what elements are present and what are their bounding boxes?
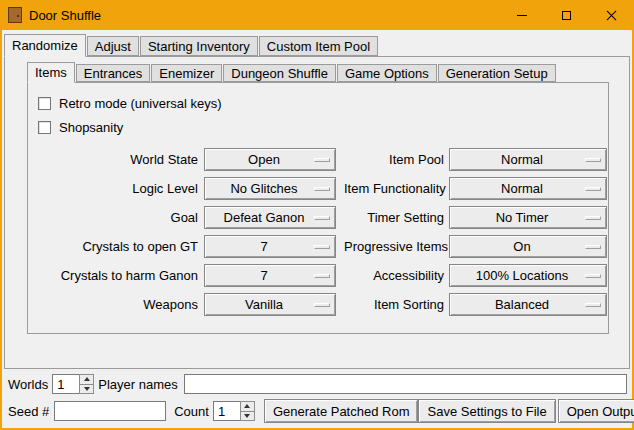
count-spin-down-button[interactable] [240, 412, 255, 422]
items-pane: Retro mode (universal keys) Shopsanity W… [27, 82, 609, 334]
save-settings-button[interactable]: Save Settings to File [418, 399, 555, 423]
tab-items[interactable]: Items [27, 62, 75, 83]
world-state-dropdown[interactable]: Open [204, 148, 336, 171]
accessibility-row: Accessibility 100% Locations [344, 261, 607, 290]
goal-dropdown[interactable]: Defeat Ganon [204, 206, 336, 229]
item-pool-dropdown[interactable]: Normal [449, 148, 607, 171]
timer-setting-label: Timer Setting [344, 210, 444, 225]
window-title: Door Shuffle [29, 8, 101, 23]
worlds-spinbox-input[interactable] [52, 374, 79, 394]
retro-mode-label: Retro mode (universal keys) [59, 96, 222, 111]
count-spin-arrows [240, 401, 255, 421]
menu-indicator-icon [314, 216, 330, 220]
timer-setting-value: No Timer [450, 210, 606, 225]
count-spin-up-button[interactable] [240, 401, 255, 412]
worlds-spinbox [52, 374, 94, 394]
minimize-icon [517, 15, 527, 16]
shopsanity-checkbox-row[interactable]: Shopsanity [38, 115, 608, 139]
accessibility-dropdown[interactable]: 100% Locations [449, 264, 607, 287]
close-button[interactable] [589, 0, 634, 30]
crystals-open-gt-row: Crystals to open GT 7 [38, 232, 336, 261]
seed-input[interactable] [54, 401, 166, 421]
item-sorting-value: Balanced [450, 297, 606, 312]
logic-level-label: Logic Level [38, 181, 198, 196]
logic-level-row: Logic Level No Glitches [38, 174, 336, 203]
weapons-label: Weapons [38, 297, 198, 312]
shopsanity-label: Shopsanity [59, 120, 123, 135]
tab-starting-inventory[interactable]: Starting Inventory [140, 36, 258, 56]
world-state-row: World State Open [38, 145, 336, 174]
options-column-right: Item Pool Normal Item Functionality Norm… [344, 145, 607, 319]
generate-patched-rom-button[interactable]: Generate Patched Rom [264, 399, 419, 423]
menu-indicator-icon [314, 245, 330, 249]
menu-indicator-icon [585, 245, 601, 249]
player-names-input[interactable] [184, 374, 627, 394]
worlds-spin-arrows [79, 374, 94, 394]
progressive-items-row: Progressive Items On [344, 232, 607, 261]
open-output-directory-button[interactable]: Open Output Directory [558, 399, 634, 423]
titlebar[interactable]: Door Shuffle [0, 0, 634, 30]
arrow-down-icon [244, 414, 250, 418]
arrow-up-icon [244, 404, 250, 408]
timer-setting-dropdown[interactable]: No Timer [449, 206, 607, 229]
sub-tab-bar: Items Entrances Enemizer Dungeon Shuffle… [27, 61, 557, 82]
accessibility-label: Accessibility [344, 268, 444, 283]
progressive-items-value: On [450, 239, 606, 254]
count-spinbox-input[interactable] [213, 401, 240, 421]
items-pane-inner: Retro mode (universal keys) Shopsanity W… [28, 83, 608, 319]
crystals-open-gt-dropdown[interactable]: 7 [204, 235, 336, 258]
weapons-dropdown[interactable]: Vanilla [204, 293, 336, 316]
item-pool-row: Item Pool Normal [344, 145, 607, 174]
app-window: Door Shuffle Randomize Adjust Starting I… [0, 0, 634, 430]
tab-enemizer[interactable]: Enemizer [151, 64, 222, 82]
menu-indicator-icon [314, 187, 330, 191]
timer-setting-row: Timer Setting No Timer [344, 203, 607, 232]
worlds-spin-down-button[interactable] [79, 385, 94, 395]
player-names-label: Player names [98, 377, 177, 392]
shopsanity-checkbox[interactable] [38, 121, 51, 134]
goal-label: Goal [38, 210, 198, 225]
item-functionality-dropdown[interactable]: Normal [449, 177, 607, 200]
retro-mode-checkbox[interactable] [38, 97, 51, 110]
tab-entrances[interactable]: Entrances [76, 64, 151, 82]
crystals-harm-ganon-dropdown[interactable]: 7 [204, 264, 336, 287]
tab-randomize[interactable]: Randomize [4, 34, 86, 57]
count-spinbox [213, 401, 255, 421]
window-controls [499, 0, 634, 30]
maximize-icon [562, 11, 571, 20]
tab-game-options[interactable]: Game Options [337, 64, 437, 82]
item-sorting-dropdown[interactable]: Balanced [449, 293, 607, 316]
count-label: Count [174, 404, 209, 419]
menu-indicator-icon [314, 158, 330, 162]
weapons-row: Weapons Vanilla [38, 290, 336, 319]
goal-row: Goal Defeat Ganon [38, 203, 336, 232]
arrow-down-icon [84, 387, 90, 391]
minimize-button[interactable] [499, 0, 544, 30]
tab-adjust[interactable]: Adjust [87, 36, 139, 56]
worlds-label: Worlds [8, 377, 48, 392]
menu-indicator-icon [585, 303, 601, 307]
item-pool-value: Normal [450, 152, 606, 167]
progressive-items-dropdown[interactable]: On [449, 235, 607, 258]
menu-indicator-icon [585, 274, 601, 278]
seed-row: Seed # Count Generate Patched Rom Save S… [8, 399, 627, 423]
item-sorting-label: Item Sorting [344, 297, 444, 312]
worlds-spin-up-button[interactable] [79, 374, 94, 385]
tab-custom-item-pool[interactable]: Custom Item Pool [259, 36, 378, 56]
menu-indicator-icon [585, 216, 601, 220]
menu-indicator-icon [585, 158, 601, 162]
crystals-open-gt-label: Crystals to open GT [38, 239, 198, 254]
menu-indicator-icon [314, 274, 330, 278]
maximize-button[interactable] [544, 0, 589, 30]
item-functionality-value: Normal [450, 181, 606, 196]
menu-indicator-icon [314, 303, 330, 307]
tab-generation-setup[interactable]: Generation Setup [438, 64, 556, 82]
randomize-pane: Items Entrances Enemizer Dungeon Shuffle… [4, 56, 630, 369]
logic-level-dropdown[interactable]: No Glitches [204, 177, 336, 200]
app-icon [8, 7, 22, 23]
options-grid: World State Open Logic Level No Glitches [38, 145, 608, 319]
retro-mode-checkbox-row[interactable]: Retro mode (universal keys) [38, 91, 608, 115]
item-pool-label: Item Pool [344, 152, 444, 167]
tab-dungeon-shuffle[interactable]: Dungeon Shuffle [223, 64, 336, 82]
arrow-up-icon [84, 377, 90, 381]
